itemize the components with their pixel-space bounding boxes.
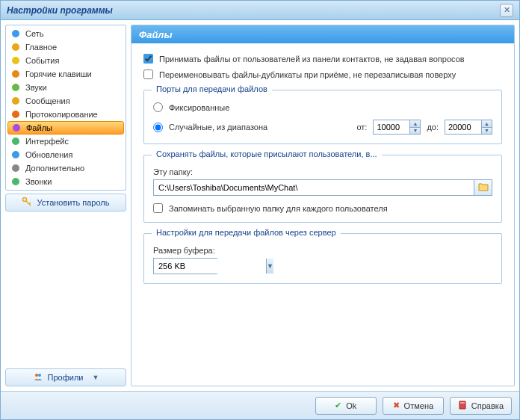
book-icon bbox=[458, 401, 467, 411]
sidebar-item-0[interactable]: Сеть bbox=[7, 27, 124, 40]
sidebar-item-label: Сообщения bbox=[25, 96, 70, 105]
ok-button[interactable]: ✔ Ok bbox=[315, 397, 377, 415]
radio-fixed-row: Фиксированные bbox=[153, 102, 492, 112]
cross-icon: ✖ bbox=[393, 401, 400, 410]
port-from-down[interactable]: ▼ bbox=[409, 128, 420, 135]
svg-point-7 bbox=[13, 124, 20, 132]
accept-files-row: Принимать файлы от пользователей из пане… bbox=[143, 54, 502, 64]
remember-folder-label: Запоминать выбранную папку для каждого п… bbox=[169, 204, 388, 213]
sidebar-item-2[interactable]: События bbox=[7, 54, 124, 67]
sidebar-item-3[interactable]: Горячие клавиши bbox=[7, 67, 124, 81]
svg-point-2 bbox=[12, 57, 19, 64]
nav-list: СетьГлавноеСобытияГорячие клавишиЗвукиСо… bbox=[5, 25, 126, 191]
nav-icon bbox=[10, 96, 21, 106]
sidebar-item-label: События bbox=[25, 56, 59, 65]
port-to-down[interactable]: ▼ bbox=[481, 128, 492, 135]
chevron-down-icon: ▼ bbox=[92, 374, 99, 381]
window-title: Настройки программы bbox=[7, 5, 500, 16]
remember-folder-row: Запоминать выбранную папку для каждого п… bbox=[153, 203, 492, 213]
sidebar-item-4[interactable]: Звуки bbox=[7, 81, 124, 94]
help-button[interactable]: Справка bbox=[450, 397, 512, 415]
nav-icon bbox=[10, 149, 21, 160]
nav-icon bbox=[10, 163, 21, 173]
set-password-label: Установить пароль bbox=[37, 198, 109, 207]
sidebar-item-8[interactable]: Интерфейс bbox=[7, 135, 124, 148]
radio-range[interactable] bbox=[153, 123, 163, 132]
sidebar: СетьГлавноеСобытияГорячие клавишиЗвукиСо… bbox=[5, 25, 126, 386]
port-to-input[interactable] bbox=[445, 120, 481, 134]
help-label: Справка bbox=[471, 401, 504, 410]
svg-point-9 bbox=[12, 151, 19, 158]
browse-folder-button[interactable] bbox=[474, 180, 492, 195]
sidebar-item-label: Файлы bbox=[26, 123, 52, 132]
sidebar-item-5[interactable]: Сообщения bbox=[7, 94, 124, 108]
rename-dupes-checkbox[interactable] bbox=[143, 70, 153, 79]
sidebar-item-1[interactable]: Главное bbox=[7, 40, 124, 54]
nav-icon bbox=[10, 42, 21, 52]
to-label: до: bbox=[427, 123, 439, 132]
content-panel: Файлы Принимать файлы от пользователей и… bbox=[131, 25, 515, 386]
sidebar-item-label: Обновления bbox=[25, 150, 72, 159]
sidebar-item-label: Дополнительно bbox=[25, 164, 84, 173]
sidebar-item-10[interactable]: Дополнительно bbox=[7, 161, 124, 175]
from-label: от: bbox=[356, 123, 367, 132]
close-button[interactable]: ✕ bbox=[500, 4, 513, 17]
sidebar-item-9[interactable]: Обновления bbox=[7, 148, 124, 161]
sidebar-item-11[interactable]: Звонки bbox=[7, 175, 124, 188]
radio-range-row: Случайные, из диапазона от: ▲ ▼ до: bbox=[153, 120, 492, 135]
svg-point-6 bbox=[12, 111, 19, 118]
nav-icon bbox=[10, 176, 21, 187]
port-from-spinner: ▲ ▼ bbox=[373, 120, 421, 135]
buffer-size-combo: ▼ bbox=[153, 258, 217, 274]
chevron-down-icon[interactable]: ▼ bbox=[266, 259, 273, 274]
check-icon: ✔ bbox=[335, 401, 341, 410]
port-from-input[interactable] bbox=[374, 120, 409, 134]
sidebar-item-label: Главное bbox=[25, 43, 57, 52]
sidebar-item-label: Интерфейс bbox=[25, 137, 69, 146]
save-folder-group: Сохранять файлы, которые присылают польз… bbox=[143, 155, 502, 223]
cancel-button[interactable]: ✖ Отмена bbox=[383, 397, 444, 415]
sidebar-item-7[interactable]: Файлы bbox=[7, 121, 124, 135]
sidebar-item-6[interactable]: Протоколирование bbox=[7, 108, 124, 121]
settings-window: Настройки программы ✕ СетьГлавноеСобытия… bbox=[0, 0, 520, 420]
svg-point-13 bbox=[35, 374, 38, 377]
nav-icon bbox=[10, 109, 21, 120]
svg-point-3 bbox=[12, 70, 19, 78]
cancel-label: Отмена bbox=[404, 401, 433, 410]
folder-icon bbox=[478, 182, 489, 193]
svg-point-8 bbox=[12, 138, 19, 145]
body: СетьГлавноеСобытияГорячие клавишиЗвукиСо… bbox=[1, 20, 519, 391]
radio-fixed-label: Фиксированные bbox=[169, 103, 229, 112]
ok-label: Ok bbox=[346, 401, 356, 410]
svg-point-11 bbox=[12, 178, 19, 185]
sidebar-item-label: Звуки bbox=[25, 83, 47, 92]
content-body: Принимать файлы от пользователей из пане… bbox=[131, 43, 514, 386]
svg-rect-15 bbox=[460, 402, 465, 403]
ports-group: Порты для передачи файлов Фиксированные … bbox=[143, 90, 502, 144]
accept-files-label: Принимать файлы от пользователей из пане… bbox=[159, 55, 465, 64]
nav-icon bbox=[11, 123, 22, 133]
nav-icon bbox=[10, 28, 21, 39]
save-folder-group-title: Сохранять файлы, которые присылают польз… bbox=[152, 149, 382, 158]
buffer-size-input[interactable] bbox=[154, 259, 266, 274]
buffer-label: Размер буфера: bbox=[153, 246, 492, 255]
users-icon bbox=[33, 371, 43, 383]
port-to-up[interactable]: ▲ bbox=[481, 120, 492, 128]
accept-files-checkbox[interactable] bbox=[143, 54, 153, 64]
folder-path-input[interactable] bbox=[154, 180, 474, 195]
port-from-up[interactable]: ▲ bbox=[409, 120, 420, 128]
content-title: Файлы bbox=[131, 25, 514, 43]
svg-point-5 bbox=[12, 97, 19, 105]
rename-dupes-row: Переименовывать файлы-дубликаты при приё… bbox=[143, 70, 502, 79]
radio-fixed[interactable] bbox=[153, 102, 163, 112]
set-password-button[interactable]: Установить пароль bbox=[5, 194, 126, 211]
remember-folder-checkbox[interactable] bbox=[153, 203, 163, 213]
radio-range-label: Случайные, из диапазона bbox=[169, 123, 267, 132]
titlebar: Настройки программы ✕ bbox=[1, 1, 519, 20]
nav-icon bbox=[10, 69, 21, 79]
port-to-spinner: ▲ ▼ bbox=[445, 120, 492, 135]
sidebar-item-label: Горячие клавиши bbox=[25, 70, 92, 78]
nav-icon bbox=[10, 82, 21, 93]
svg-point-10 bbox=[12, 164, 19, 172]
profiles-button[interactable]: Профили ▼ bbox=[5, 368, 126, 386]
